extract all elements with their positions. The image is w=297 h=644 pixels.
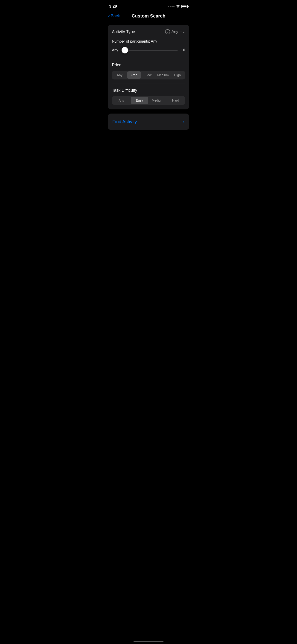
activity-type-value: Any	[172, 30, 178, 34]
participants-slider-row: Any 10	[112, 47, 185, 58]
help-icon: ?	[165, 29, 170, 34]
price-low-button[interactable]: Low	[142, 72, 156, 79]
slider-min-label: Any	[112, 48, 119, 52]
price-high-button[interactable]: High	[170, 72, 184, 79]
wifi-icon	[176, 5, 180, 8]
page-title: Custom Search	[132, 13, 166, 19]
back-button[interactable]: ‹ Back	[108, 13, 120, 19]
find-activity-button[interactable]: Find Activity ›	[108, 114, 189, 130]
price-any-button[interactable]: Any	[112, 72, 127, 79]
price-section: Price Any Free Low Medium High	[112, 63, 185, 84]
participants-slider-container	[122, 47, 178, 54]
chevron-updown-icon: ⌃⌄	[180, 30, 185, 34]
find-activity-label: Find Activity	[112, 119, 137, 124]
participants-slider[interactable]	[122, 50, 178, 51]
difficulty-medium-button[interactable]: Medium	[149, 97, 166, 104]
participants-label: Number of participants: Any	[112, 40, 185, 44]
activity-type-label: Activity Type	[112, 30, 135, 34]
signal-icon	[168, 6, 174, 7]
back-label: Back	[111, 14, 120, 18]
main-content: Activity Type ? Any ⌃⌄ Number of partici…	[104, 22, 194, 134]
status-time: 3:29	[109, 4, 117, 9]
price-segmented-control: Any Free Low Medium High	[112, 71, 185, 80]
difficulty-easy-button[interactable]: Easy	[131, 97, 148, 104]
back-chevron-icon: ‹	[108, 13, 110, 19]
activity-type-selector[interactable]: ? Any ⌃⌄	[165, 29, 185, 34]
difficulty-any-button[interactable]: Any	[112, 97, 130, 104]
difficulty-label: Task Difficulty	[112, 88, 185, 93]
status-bar: 3:29	[104, 0, 194, 12]
find-activity-card: Find Activity ›	[108, 114, 189, 130]
price-medium-button[interactable]: Medium	[156, 72, 170, 79]
slider-max-label: 10	[180, 48, 185, 52]
difficulty-segmented-control: Any Easy Medium Hard	[112, 96, 185, 105]
activity-type-row: Activity Type ? Any ⌃⌄	[112, 29, 185, 34]
settings-card: Activity Type ? Any ⌃⌄ Number of partici…	[108, 25, 189, 110]
price-free-button[interactable]: Free	[127, 72, 141, 79]
task-difficulty-section: Task Difficulty Any Easy Medium Hard	[112, 88, 185, 105]
battery-icon	[182, 5, 188, 8]
status-icons	[168, 5, 188, 8]
price-label: Price	[112, 63, 185, 68]
find-activity-chevron-icon: ›	[183, 119, 185, 124]
difficulty-hard-button[interactable]: Hard	[167, 97, 185, 104]
nav-bar: ‹ Back Custom Search	[104, 12, 194, 22]
